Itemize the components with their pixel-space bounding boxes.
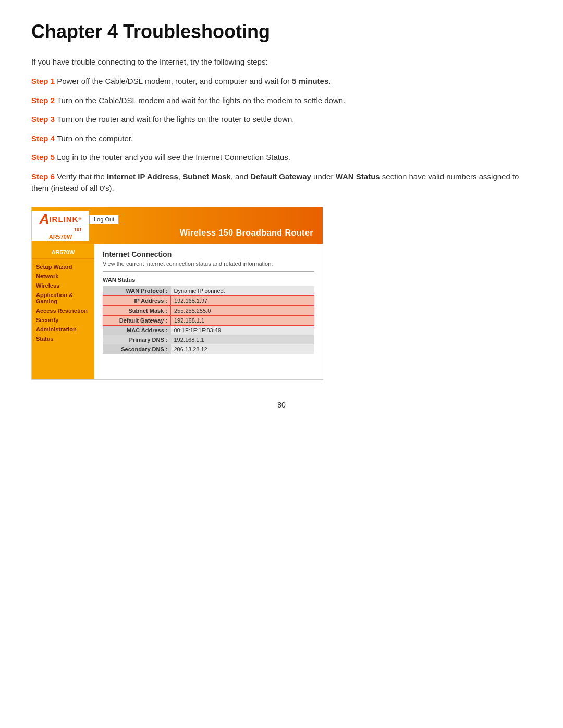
content-subtitle: View the current internet connection sta… xyxy=(103,261,314,267)
intro-text: If you have trouble connecting to the In… xyxy=(31,57,532,66)
step-1: Step 1 Power off the Cable/DSL modem, ro… xyxy=(31,76,532,88)
wan-row-label: Secondary DNS : xyxy=(103,344,171,354)
step-6-comma1: , xyxy=(178,172,182,181)
step-1-bold: 5 minutes xyxy=(292,77,328,85)
step-4-text: Turn on the computer. xyxy=(55,134,133,143)
wan-row-value: 206.13.28.12 xyxy=(171,344,314,354)
step-2-label: Step 2 xyxy=(31,96,55,105)
wan-table-row: Secondary DNS :206.13.28.12 xyxy=(103,344,314,354)
step-1-label: Step 1 xyxy=(31,77,55,85)
step-3-label: Step 3 xyxy=(31,115,55,124)
sidebar-item-network[interactable]: Network xyxy=(32,272,94,281)
step-6-text2: under xyxy=(311,172,336,181)
sidebar-item-setup-wizard[interactable]: Setup Wizard xyxy=(32,262,94,272)
step-6-bold1: Internet IP Address xyxy=(107,172,178,181)
wan-table-row: Primary DNS :192.168.1.1 xyxy=(103,335,314,344)
router-body: AR570W Setup Wizard Network Wireless App… xyxy=(32,244,323,379)
step-5-text: Log in to the router and you will see th… xyxy=(55,153,290,162)
step-6-bold4: WAN Status xyxy=(336,172,380,181)
logo-101: 101 xyxy=(37,227,84,232)
step-6-label: Step 6 xyxy=(31,172,55,181)
wan-row-label: WAN Protocol : xyxy=(103,286,171,296)
sidebar-item-status[interactable]: Status xyxy=(32,334,94,343)
wan-table-row: Default Gateway :192.168.1.1 xyxy=(103,315,314,325)
logo-registered-icon: ® xyxy=(78,217,81,221)
logo-a-icon: A xyxy=(40,211,50,227)
wan-row-label: Primary DNS : xyxy=(103,335,171,344)
wan-row-label: Subnet Mask : xyxy=(103,305,171,315)
wan-row-label: IP Address : xyxy=(103,295,171,305)
step-1-after: . xyxy=(328,77,331,85)
logout-button[interactable]: Log Out xyxy=(89,215,119,224)
wan-row-value: Dynamic IP connect xyxy=(171,286,314,296)
router-header: A IRLINK ® 101 AR570W Log Out Wireless 1… xyxy=(32,207,323,244)
sidebar-model-label: AR570W xyxy=(32,248,94,259)
wan-row-value: 192.168.1.1 xyxy=(171,335,314,344)
step-2-text: Turn on the Cable/DSL modem and wait for… xyxy=(55,96,345,105)
chapter-title: Chapter 4 Troubleshooting xyxy=(31,21,532,43)
router-main-content: Internet Connection View the current int… xyxy=(94,244,323,379)
router-ui-screenshot: A IRLINK ® 101 AR570W Log Out Wireless 1… xyxy=(31,207,323,380)
wan-table: WAN Protocol :Dynamic IP connectIP Addre… xyxy=(103,286,314,354)
step-4: Step 4 Turn on the computer. xyxy=(31,133,532,145)
wan-table-row: IP Address :192.168.1.97 xyxy=(103,295,314,305)
step-6-bold2: Subnet Mask xyxy=(182,172,231,181)
router-sidebar: AR570W Setup Wizard Network Wireless App… xyxy=(32,244,94,379)
product-name: Wireless 150 Broadband Router xyxy=(180,228,313,238)
step-5: Step 5 Log in to the router and you will… xyxy=(31,152,532,164)
step-6-bold3: Default Gateway xyxy=(250,172,311,181)
sidebar-item-wireless[interactable]: Wireless xyxy=(32,281,94,290)
wan-row-value: 192.168.1.97 xyxy=(171,295,314,305)
wan-status-label: WAN Status xyxy=(103,277,314,283)
sidebar-item-administration[interactable]: Administration xyxy=(32,325,94,334)
wan-table-row: WAN Protocol :Dynamic IP connect xyxy=(103,286,314,296)
step-2: Step 2 Turn on the Cable/DSL modem and w… xyxy=(31,95,532,107)
step-4-label: Step 4 xyxy=(31,134,55,143)
wan-row-label: Default Gateway : xyxy=(103,315,171,325)
content-divider xyxy=(103,271,314,272)
page-number: 80 xyxy=(31,401,532,409)
wan-table-row: MAC Address :00:1F:1F:1F:83:49 xyxy=(103,325,314,335)
wan-row-value: 255.255.255.0 xyxy=(171,305,314,315)
sidebar-item-security[interactable]: Security xyxy=(32,315,94,325)
logo-irlink-text: IRLINK xyxy=(49,215,78,224)
model-name: AR570W xyxy=(49,233,72,240)
step-6: Step 6 Verify that the Internet IP Addre… xyxy=(31,171,532,194)
logo-row: A IRLINK ® xyxy=(40,211,82,227)
wan-table-row: Subnet Mask :255.255.255.0 xyxy=(103,305,314,315)
step-6-comma2: , and xyxy=(231,172,251,181)
step-1-text: Power off the Cable/DSL modem, router, a… xyxy=(55,77,292,85)
sidebar-item-application-gaming[interactable]: Application & Gaming xyxy=(32,290,94,306)
wan-row-value: 192.168.1.1 xyxy=(171,315,314,325)
sidebar-item-access-restriction[interactable]: Access Restriction xyxy=(32,306,94,315)
step-6-text: Verify that the xyxy=(55,172,107,181)
wan-row-value: 00:1F:1F:1F:83:49 xyxy=(171,325,314,335)
router-logo-area: A IRLINK ® 101 AR570W xyxy=(32,211,89,241)
step-5-label: Step 5 xyxy=(31,153,55,162)
wan-row-label: MAC Address : xyxy=(103,325,171,335)
step-3: Step 3 Turn on the router and wait for t… xyxy=(31,114,532,126)
content-title: Internet Connection xyxy=(103,250,314,258)
step-3-text: Turn on the router and wait for the ligh… xyxy=(55,115,294,124)
